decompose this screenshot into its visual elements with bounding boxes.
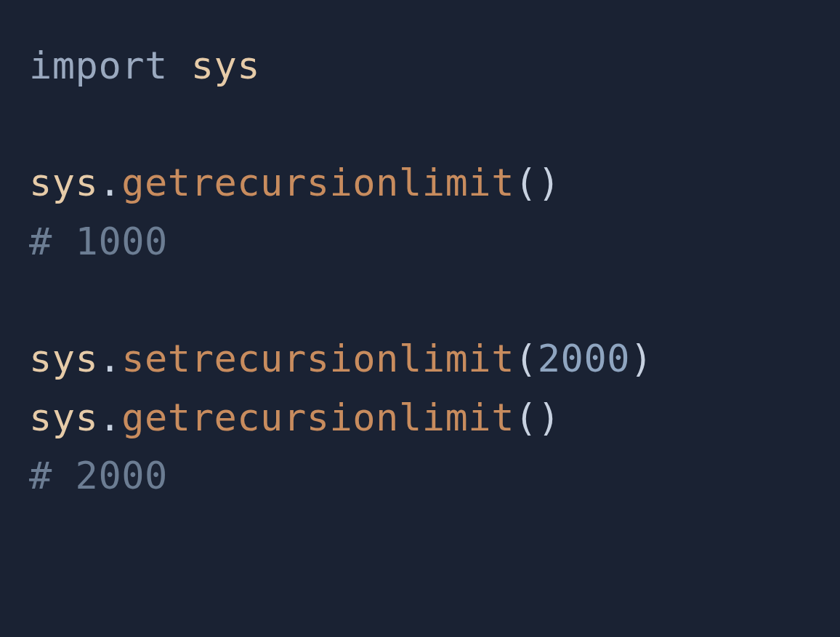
code-token: . xyxy=(98,337,121,380)
code-token: ) xyxy=(630,337,653,380)
code-line[interactable]: sys.getrecursionlimit() xyxy=(29,388,811,447)
code-token: sys xyxy=(29,337,98,380)
code-line[interactable]: import sys xyxy=(29,36,811,95)
code-token: sys xyxy=(191,44,260,87)
code-token: 2000 xyxy=(538,337,630,380)
code-token: import xyxy=(29,44,168,87)
code-token: sys xyxy=(29,161,98,204)
code-token: () xyxy=(514,161,561,204)
code-line[interactable]: # 1000 xyxy=(29,212,811,271)
code-token: getrecursionlimit xyxy=(121,161,514,204)
code-token: sys xyxy=(29,396,98,439)
code-line[interactable] xyxy=(29,95,811,154)
code-token: () xyxy=(514,396,561,439)
code-line[interactable]: # 2000 xyxy=(29,446,811,505)
code-token xyxy=(168,44,191,87)
code-line[interactable]: sys.setrecursionlimit(2000) xyxy=(29,329,811,388)
code-line[interactable]: sys.getrecursionlimit() xyxy=(29,153,811,212)
code-token: # 1000 xyxy=(29,220,168,263)
code-token: setrecursionlimit xyxy=(121,337,514,380)
code-line[interactable] xyxy=(29,271,811,329)
code-token: ( xyxy=(514,337,538,380)
code-token: # 2000 xyxy=(29,454,168,497)
code-token: . xyxy=(98,161,121,204)
code-token: getrecursionlimit xyxy=(121,396,514,439)
code-token: . xyxy=(98,396,121,439)
code-editor-view[interactable]: import sys sys.getrecursionlimit()# 1000… xyxy=(29,36,811,505)
